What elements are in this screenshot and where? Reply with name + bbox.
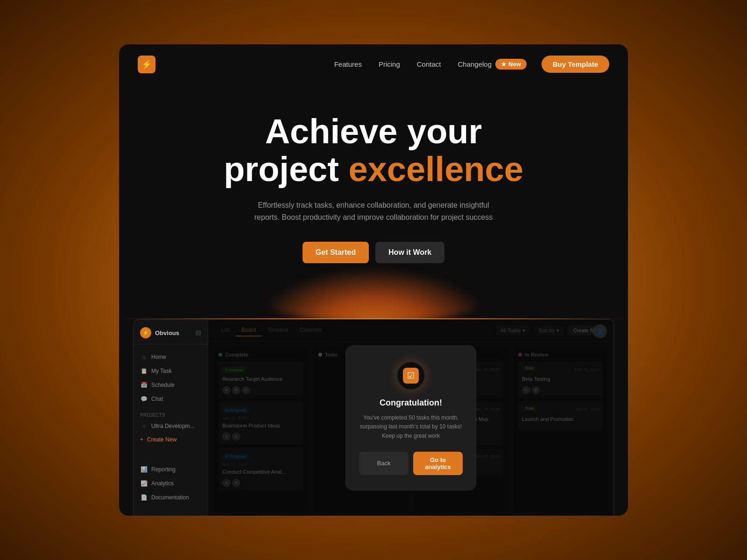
projects-label: Projects xyxy=(134,410,208,419)
hero-subtitle: Effortlessly track tasks, enhance collab… xyxy=(252,199,495,223)
congratulation-modal: ☑ Congratulation! You've completed 50 ta… xyxy=(345,345,476,490)
hero-title: Achieve your project excellence xyxy=(138,112,609,189)
sidebar-item-home[interactable]: ⌂ Home xyxy=(134,350,208,364)
add-icon: + xyxy=(140,436,143,443)
nav-contact[interactable]: Contact xyxy=(417,60,441,68)
how-it-works-button[interactable]: How it Work xyxy=(375,242,444,263)
app-sidebar: ⚡ Obvious ⊟ ⌂ Home 📋 My Task 📅 S xyxy=(134,320,208,516)
star-icon: ★ xyxy=(501,61,507,68)
nav-pricing[interactable]: Pricing xyxy=(379,60,400,68)
glow-center xyxy=(257,268,490,324)
docs-icon: 📄 xyxy=(140,494,148,501)
modal-analytics-button[interactable]: Go to analytics xyxy=(413,452,463,475)
sidebar-logo-icon: ⚡ xyxy=(140,327,151,338)
nav-changelog[interactable]: Changelog xyxy=(458,60,492,68)
project-icon: ○ xyxy=(140,422,148,430)
modal-back-button[interactable]: Back xyxy=(359,452,409,475)
modal-buttons: Back Go to analytics xyxy=(359,452,463,475)
sidebar-item-project1[interactable]: ○ Ultra Developm... xyxy=(134,419,208,433)
modal-text: You've completed 50 tasks this month, su… xyxy=(359,413,463,441)
logo-icon: ⚡ xyxy=(138,56,155,73)
sidebar-item-create[interactable]: + Create New xyxy=(134,433,208,446)
home-icon: ⌂ xyxy=(140,353,148,361)
congratulation-modal-overlay: ☑ Congratulation! You've completed 50 ta… xyxy=(208,320,613,516)
task-icon: 📋 xyxy=(140,367,148,375)
chat-icon: 💬 xyxy=(140,395,148,403)
modal-task-icon: ☑ xyxy=(403,368,419,384)
sidebar-collapse-icon[interactable]: ⊟ xyxy=(196,329,201,336)
schedule-icon: 📅 xyxy=(140,381,148,389)
hero-section: Achieve your project excellence Effortle… xyxy=(119,84,628,264)
modal-title: Congratulation! xyxy=(359,398,463,408)
nav-changelog-wrap: Changelog ★ New xyxy=(458,59,526,70)
sidebar-item-mytask[interactable]: 📋 My Task xyxy=(134,364,208,378)
logo[interactable]: ⚡ xyxy=(138,56,155,73)
analytics-icon: 📈 xyxy=(140,480,148,487)
new-badge: ★ New xyxy=(495,59,527,70)
hero-buttons: Get Started How it Work xyxy=(138,242,609,263)
sidebar-item-chat[interactable]: 💬 Chat xyxy=(134,392,208,406)
app-inner: ⚡ Obvious ⊟ ⌂ Home 📋 My Task 📅 S xyxy=(134,320,613,516)
buy-template-button[interactable]: Buy Template xyxy=(542,56,609,73)
nav-features[interactable]: Features xyxy=(334,60,362,68)
app-preview: ⚡ Obvious ⊟ ⌂ Home 📋 My Task 📅 S xyxy=(133,319,614,516)
sidebar-header: ⚡ Obvious ⊟ xyxy=(134,327,208,344)
sidebar-item-schedule[interactable]: 📅 Schedule xyxy=(134,378,208,392)
sidebar-app-title: Obvious xyxy=(155,329,179,336)
nav-links: Features Pricing Contact Changelog ★ New xyxy=(334,59,527,70)
sidebar-nav-section: ⌂ Home 📋 My Task 📅 Schedule 💬 Chat xyxy=(134,348,208,408)
glow-decoration xyxy=(119,282,628,319)
main-container: ⚡ Features Pricing Contact Changelog ★ N… xyxy=(119,44,628,516)
navbar: ⚡ Features Pricing Contact Changelog ★ N… xyxy=(119,44,628,84)
main-board-area: List Board Timeline Calendar All Tasks ▾… xyxy=(208,320,613,516)
modal-icon-wrap: ☑ xyxy=(396,361,426,391)
reporting-icon: 📊 xyxy=(140,466,148,473)
sidebar-projects-section: Projects ○ Ultra Developm... + Create Ne… xyxy=(134,408,208,448)
get-started-button[interactable]: Get Started xyxy=(303,242,369,263)
